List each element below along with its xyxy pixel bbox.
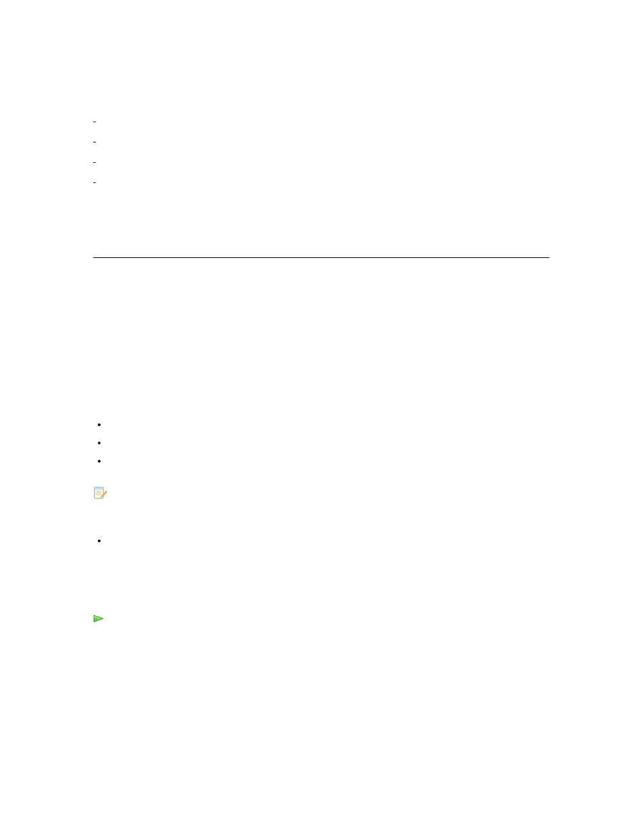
note-row	[93, 486, 549, 500]
list-item	[108, 457, 549, 466]
toc-link[interactable]	[93, 154, 198, 163]
note-icon	[93, 486, 107, 500]
list-item	[108, 536, 549, 546]
svg-rect-1	[95, 487, 103, 489]
toc-link[interactable]	[93, 113, 205, 123]
page-content	[0, 0, 644, 689]
toc-link[interactable]	[93, 134, 200, 143]
bullet-list-2	[93, 536, 549, 546]
toc-link[interactable]	[93, 174, 198, 184]
table-of-contents	[93, 111, 549, 192]
play-row	[93, 613, 549, 621]
play-icon	[93, 613, 105, 621]
list-item	[108, 420, 549, 429]
divider	[93, 257, 549, 258]
list-item	[108, 438, 549, 448]
bullet-list-1	[93, 420, 549, 466]
